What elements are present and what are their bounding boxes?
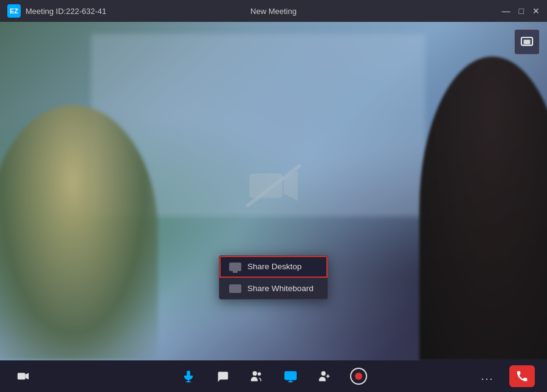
more-options-label: ... bbox=[481, 370, 494, 383]
svg-point-11 bbox=[258, 373, 261, 376]
share-desktop-item[interactable]: Share Desktop bbox=[219, 256, 328, 278]
more-options-button[interactable]: ... bbox=[476, 365, 498, 387]
camera-button[interactable] bbox=[12, 365, 34, 387]
record-button[interactable] bbox=[348, 365, 370, 387]
close-button[interactable]: ✕ bbox=[532, 7, 540, 15]
camera-off-icon bbox=[246, 164, 301, 209]
titlebar-left: EZ Meeting ID:222-632-41 bbox=[7, 4, 106, 18]
participants-button[interactable] bbox=[246, 365, 267, 387]
record-icon bbox=[350, 368, 367, 385]
share-whiteboard-item[interactable]: Share Whiteboard bbox=[219, 278, 328, 299]
window-title: New Meeting bbox=[250, 7, 297, 16]
svg-rect-4 bbox=[524, 40, 531, 44]
record-dot bbox=[355, 373, 362, 380]
svg-point-16 bbox=[322, 371, 326, 376]
microphone-button[interactable] bbox=[177, 365, 199, 387]
video-area: Share Desktop Share Whiteboard bbox=[0, 22, 547, 360]
add-user-button[interactable] bbox=[314, 365, 335, 387]
titlebar: EZ Meeting ID:222-632-41 New Meeting — □… bbox=[0, 0, 547, 22]
meeting-id-label: Meeting ID:222-632-41 bbox=[26, 7, 106, 16]
svg-rect-5 bbox=[18, 373, 26, 380]
desktop-icon bbox=[229, 263, 241, 271]
end-call-button[interactable] bbox=[509, 365, 535, 387]
svg-point-10 bbox=[253, 371, 257, 376]
svg-rect-13 bbox=[287, 373, 295, 377]
minimize-button[interactable]: — bbox=[502, 7, 511, 15]
titlebar-controls: — □ ✕ bbox=[502, 7, 540, 15]
share-desktop-label: Share Desktop bbox=[247, 262, 301, 271]
toolbar-center bbox=[177, 365, 370, 387]
chat-button[interactable] bbox=[212, 365, 233, 387]
share-context-menu: Share Desktop Share Whiteboard bbox=[219, 255, 328, 300]
toolbar-right: ... bbox=[476, 365, 535, 387]
toolbar-left bbox=[12, 365, 34, 387]
whiteboard-icon bbox=[229, 284, 241, 293]
screen-toggle-button[interactable] bbox=[514, 29, 540, 55]
share-whiteboard-label: Share Whiteboard bbox=[247, 284, 314, 293]
svg-rect-0 bbox=[249, 173, 283, 198]
app-logo: EZ bbox=[7, 4, 21, 18]
share-screen-button[interactable] bbox=[280, 365, 301, 387]
maximize-button[interactable]: □ bbox=[519, 7, 524, 15]
toolbar: ... bbox=[0, 360, 547, 392]
svg-marker-6 bbox=[26, 373, 29, 380]
